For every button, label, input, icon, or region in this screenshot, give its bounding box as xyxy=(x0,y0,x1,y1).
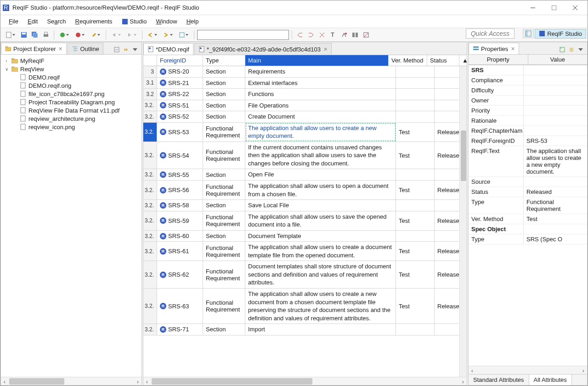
tool-icon-3[interactable] xyxy=(317,30,327,40)
cell-main[interactable]: The application shall allow users to cre… xyxy=(245,242,396,261)
tool-icon-1[interactable] xyxy=(295,30,305,40)
property-row[interactable]: ReqIF.ChapterNam xyxy=(469,126,587,136)
view-menu-icon[interactable] xyxy=(577,46,584,53)
maximize-button[interactable] xyxy=(543,1,565,15)
cell-ver[interactable] xyxy=(396,200,435,211)
cell-ver[interactable] xyxy=(396,169,435,180)
cell-foreignid[interactable]: RSRS-60 xyxy=(157,231,203,242)
cell-foreignid[interactable]: RSRS-54 xyxy=(157,142,203,169)
table-row[interactable]: 3.1RSRS-21SectionExternal interfaces xyxy=(143,78,467,89)
scroll-left-icon[interactable]: ‹ xyxy=(469,366,476,375)
cell-type[interactable]: Section xyxy=(203,78,245,89)
property-group[interactable]: SRS xyxy=(469,65,587,75)
cell-main[interactable]: Create Document xyxy=(245,111,396,122)
menu-requirements[interactable]: Requirements xyxy=(71,16,117,27)
tree-file[interactable]: Project Traceability Diagram.png xyxy=(12,98,141,106)
collapse-all-icon[interactable] xyxy=(113,46,120,53)
property-value[interactable] xyxy=(524,85,587,95)
cell-foreignid[interactable]: RSRS-20 xyxy=(157,66,203,77)
table-row[interactable]: 3.2.RSRS-62Functional RequirementDocumen… xyxy=(143,261,467,289)
cell-type[interactable]: Section xyxy=(203,89,245,100)
cell-ver[interactable]: Test xyxy=(396,142,435,169)
table-row[interactable]: 3.2.RSRS-53Functional RequirementThe app… xyxy=(143,123,467,142)
cell-foreignid[interactable]: RSRS-22 xyxy=(157,89,203,100)
table-row[interactable]: 3.2.RSRS-55SectionOpen File xyxy=(143,169,467,181)
props-col-property[interactable]: Property xyxy=(469,55,528,64)
perspective-reqif-studio[interactable]: ReqIF Studio xyxy=(535,29,586,39)
property-row[interactable]: Compliance xyxy=(469,75,587,85)
cell-ver[interactable] xyxy=(396,111,435,122)
editor-tab-guid[interactable]: *_92f49f0c-e032-42d9-a0de-0c5df3c4d103 ✕ xyxy=(194,43,332,55)
tool-button[interactable] xyxy=(88,30,103,40)
tab-outline[interactable]: Outline xyxy=(68,43,103,54)
tool-icon-4[interactable]: T xyxy=(328,30,338,40)
tree-project[interactable]: ∨ReqView xyxy=(4,65,141,73)
cell-main[interactable]: Open File xyxy=(245,169,396,180)
col-type[interactable]: Type xyxy=(203,55,245,66)
property-row[interactable]: ReqIF.TextThe application shall allow us… xyxy=(469,146,587,177)
property-value[interactable]: SRS (Spec O xyxy=(524,234,587,244)
scroll-thumb[interactable] xyxy=(152,378,312,385)
menu-help[interactable]: Help xyxy=(182,16,204,27)
cell-ver[interactable]: Test xyxy=(396,211,435,230)
toolbar-search-input[interactable] xyxy=(197,30,289,40)
cell-foreignid[interactable]: RSRS-21 xyxy=(157,78,203,89)
table-row[interactable]: 3.2.RSRS-56Functional RequirementThe app… xyxy=(143,181,467,200)
props-tool-2-icon[interactable] xyxy=(568,46,575,53)
col-ver[interactable]: Ver. Method xyxy=(389,55,427,66)
cell-ver[interactable] xyxy=(396,89,435,100)
cell-main[interactable]: External interfaces xyxy=(245,78,396,89)
property-row[interactable]: Rationale xyxy=(469,116,587,126)
table-row[interactable]: 3.2.RSRS-59Functional RequirementThe app… xyxy=(143,211,467,231)
property-value[interactable] xyxy=(524,177,587,187)
scroll-thumb[interactable] xyxy=(461,131,466,181)
cell-type[interactable]: Functional Requirement xyxy=(203,261,245,288)
cell-ver[interactable]: Test xyxy=(396,181,435,199)
tree-project[interactable]: ›MyReqIF xyxy=(4,57,141,65)
tool-icon-6[interactable] xyxy=(350,30,360,40)
cell-ver[interactable] xyxy=(396,100,435,111)
debug-button[interactable] xyxy=(73,30,87,40)
horizontal-scrollbar[interactable]: ‹ › xyxy=(143,377,467,385)
cell-main[interactable]: Save Local File xyxy=(245,200,396,211)
menu-file[interactable]: File xyxy=(4,16,23,27)
property-row[interactable]: TypeSRS (Spec O xyxy=(469,234,587,244)
table-row[interactable]: 3.2.RSRS-63Functional RequirementThe app… xyxy=(143,289,467,324)
forward-button[interactable] xyxy=(161,30,175,40)
project-tree[interactable]: ›MyReqIF∨ReqViewDEMO.reqifDEMO.reqif.ori… xyxy=(1,55,141,377)
cell-type[interactable]: Functional Requirement xyxy=(203,242,245,261)
cell-foreignid[interactable]: RSRS-58 xyxy=(157,200,203,211)
cell-ver[interactable]: Test xyxy=(396,242,435,261)
col-main[interactable]: Main xyxy=(245,55,389,66)
cell-main[interactable]: Functions xyxy=(245,89,396,100)
property-value[interactable] xyxy=(524,96,587,105)
table-row[interactable]: 3.2.RSRS-61Functional RequirementThe app… xyxy=(143,242,467,261)
nav-button-1[interactable] xyxy=(109,30,124,40)
cell-foreignid[interactable]: RSRS-63 xyxy=(157,289,203,324)
property-value[interactable] xyxy=(524,224,587,234)
cell-main[interactable]: Requirements xyxy=(245,66,396,77)
cell-type[interactable]: Functional Requirement xyxy=(203,181,245,199)
col-foreignid[interactable]: ForeignID xyxy=(157,55,203,66)
print-button[interactable] xyxy=(41,30,51,40)
property-value[interactable] xyxy=(524,75,587,85)
cell-foreignid[interactable]: RSRS-62 xyxy=(157,261,203,288)
tree-file[interactable]: file_icon_c78bca2e1697.png xyxy=(12,90,141,98)
property-row[interactable]: Difficulty xyxy=(469,85,587,96)
table-row[interactable]: 3.2.RSRS-71SectionImport xyxy=(143,324,467,335)
link-editor-icon[interactable] xyxy=(122,46,130,53)
open-perspective-button[interactable] xyxy=(523,29,534,38)
tool-icon-7[interactable] xyxy=(361,30,371,40)
close-icon[interactable]: ✕ xyxy=(323,46,328,52)
tree-file[interactable]: DEMO.reqif xyxy=(12,73,141,81)
tool-icon-5[interactable] xyxy=(339,30,349,40)
cell-type[interactable]: Functional Requirement xyxy=(203,142,245,169)
cell-type[interactable]: Section xyxy=(203,231,245,242)
properties-hscroll[interactable]: ‹ › xyxy=(469,366,587,374)
col-rownum[interactable] xyxy=(143,55,157,66)
horizontal-scrollbar[interactable]: ‹ › xyxy=(1,377,141,385)
chevron-down-icon[interactable]: ∨ xyxy=(4,67,9,72)
tab-properties[interactable]: Properties ✕ xyxy=(469,43,519,54)
save-all-button[interactable] xyxy=(30,30,40,40)
cell-main[interactable]: The application shall allow users to cre… xyxy=(245,289,396,324)
